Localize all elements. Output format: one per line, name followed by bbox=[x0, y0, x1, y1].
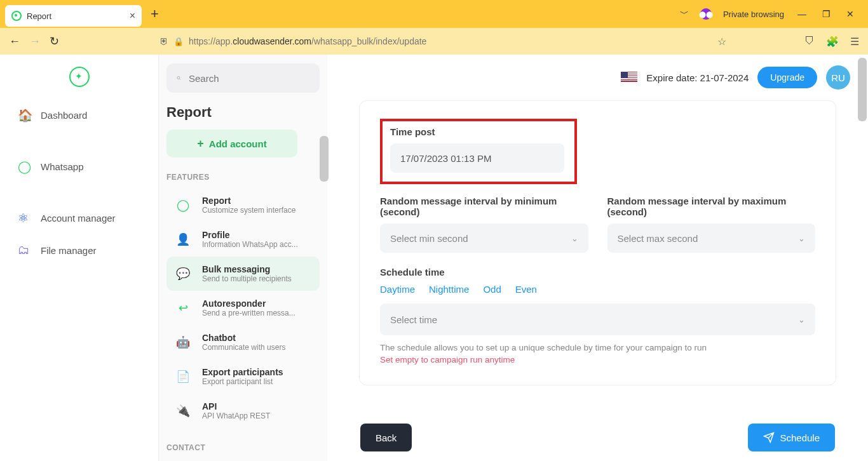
app-logo bbox=[69, 67, 90, 87]
chevron-down-icon: ⌄ bbox=[798, 234, 805, 243]
feature-item-bulk-messaging[interactable]: 💬 Bulk messagingSend to multiple recipie… bbox=[166, 257, 320, 291]
select-time-select[interactable]: Select time ⌄ bbox=[380, 304, 815, 335]
window-minimize-icon[interactable]: — bbox=[796, 9, 808, 19]
search-icon bbox=[177, 72, 181, 84]
menu-icon[interactable]: ☰ bbox=[850, 36, 859, 48]
plug-icon: 🔌 bbox=[172, 399, 194, 422]
sidebar-item-whatsapp[interactable]: ◯ Whatsapp bbox=[0, 150, 158, 183]
sidebar-item-label: Account manager bbox=[41, 213, 116, 224]
url-bar[interactable]: ⛨ 🔒 https://app.cloudwasender.com/whatsa… bbox=[151, 31, 735, 51]
sidebar-item-label: File manager bbox=[41, 245, 97, 256]
browser-tab[interactable]: Report × bbox=[5, 5, 142, 27]
export-icon: 📄 bbox=[172, 365, 194, 388]
left-sidebar: 🏠 Dashboard ◯ Whatsapp ⚛ Account manager… bbox=[0, 55, 159, 461]
feature-item-export-participants[interactable]: 📄 Export participantsExport participant … bbox=[166, 359, 320, 394]
nav-reload-icon[interactable]: ↻ bbox=[50, 34, 59, 48]
sidebar-item-label: Whatsapp bbox=[41, 161, 84, 172]
feature-item-api[interactable]: 🔌 APIAPI WhatApp REST bbox=[166, 394, 320, 428]
lock-icon: 🔒 bbox=[173, 37, 184, 46]
robot-icon: 🤖 bbox=[172, 331, 194, 354]
plus-icon: + bbox=[197, 137, 204, 150]
svg-line-1 bbox=[179, 79, 180, 79]
home-icon: 🏠 bbox=[18, 108, 32, 123]
sidebar-item-label: Dashboard bbox=[41, 110, 87, 121]
max-interval-label: Random message interval by maximum (seco… bbox=[607, 196, 816, 217]
tab-title: Report bbox=[27, 11, 125, 21]
private-browsing-label: Private browsing bbox=[723, 10, 784, 19]
chevron-down-icon: ⌄ bbox=[571, 234, 578, 243]
shield-icon: ⛨ bbox=[159, 36, 168, 46]
min-interval-label: Random message interval by minimum (seco… bbox=[380, 196, 588, 217]
panel-heading: Report bbox=[166, 104, 320, 121]
section-label-contact: CONTACT bbox=[166, 443, 320, 452]
tab-odd[interactable]: Odd bbox=[483, 284, 501, 295]
browser-toolbar: ← → ↻ ⛨ 🔒 https://app.cloudwasender.com/… bbox=[0, 28, 868, 55]
time-post-input[interactable]: 17/07/2023 01:13 PM bbox=[390, 144, 564, 173]
folder-icon: 🗂 bbox=[18, 243, 32, 257]
tab-nighttime[interactable]: Nighttime bbox=[429, 284, 469, 295]
schedule-button[interactable]: Schedule bbox=[748, 424, 835, 451]
time-post-label: Time post bbox=[390, 126, 567, 137]
browser-titlebar: Report × + ﹀ ⬤⬤ Private browsing — ❐ ✕ bbox=[0, 0, 868, 28]
main-scrollbar[interactable] bbox=[858, 58, 867, 121]
tab-even[interactable]: Even bbox=[515, 284, 537, 295]
tabs-dropdown-icon[interactable]: ﹀ bbox=[680, 8, 689, 20]
feature-item-profile[interactable]: 👤 ProfileInformation WhatsApp acc... bbox=[166, 222, 320, 257]
max-interval-select[interactable]: Select max second ⌄ bbox=[607, 224, 816, 253]
new-tab-button[interactable]: + bbox=[151, 6, 159, 22]
schedule-tabs: Daytime Nighttime Odd Even bbox=[380, 284, 815, 295]
search-box[interactable] bbox=[166, 63, 320, 93]
schedule-card: Time post 17/07/2023 01:13 PM Random mes… bbox=[359, 100, 836, 385]
tab-daytime[interactable]: Daytime bbox=[380, 284, 415, 295]
chat-icon: 💬 bbox=[172, 262, 194, 285]
sidebar-item-file-manager[interactable]: 🗂 File manager bbox=[0, 234, 158, 266]
url-text: https://app.cloudwasender.com/whatsapp_b… bbox=[189, 36, 426, 46]
topbar: Expire date: 21-07-2024 Upgrade RU bbox=[327, 55, 868, 100]
annotation-highlight-box: Time post 17/07/2023 01:13 PM bbox=[380, 119, 577, 184]
search-input[interactable] bbox=[189, 73, 309, 84]
chevron-down-icon: ⌄ bbox=[798, 315, 805, 324]
avatar[interactable]: RU bbox=[826, 65, 850, 90]
window-close-icon[interactable]: ✕ bbox=[844, 9, 857, 19]
feature-item-report[interactable]: ◯ ReportCustomize system interface bbox=[166, 188, 320, 222]
bookmark-star-icon[interactable]: ☆ bbox=[717, 36, 726, 48]
sidebar-item-account-manager[interactable]: ⚛ Account manager bbox=[0, 202, 158, 234]
expire-date: Expire date: 21-07-2024 bbox=[646, 72, 749, 83]
schedule-time-label: Schedule time bbox=[380, 267, 815, 277]
send-icon bbox=[763, 432, 775, 443]
main-column: Expire date: 21-07-2024 Upgrade RU Time … bbox=[327, 55, 868, 461]
nav-forward-icon: → bbox=[29, 35, 41, 48]
tab-favicon bbox=[11, 11, 22, 21]
nodes-icon: ⚛ bbox=[18, 211, 32, 225]
back-button[interactable]: Back bbox=[360, 424, 412, 451]
nav-back-icon[interactable]: ← bbox=[9, 35, 20, 48]
schedule-hint-empty: Set empty to campaign run anytime bbox=[380, 355, 815, 364]
svg-point-0 bbox=[177, 76, 180, 79]
upgrade-button[interactable]: Upgrade bbox=[757, 67, 817, 88]
add-account-button[interactable]: + Add account bbox=[166, 130, 297, 157]
whatsapp-icon: ◯ bbox=[18, 159, 32, 174]
sidebar-item-dashboard[interactable]: 🏠 Dashboard bbox=[0, 99, 158, 131]
feature-item-chatbot[interactable]: 🤖 ChatbotCommunicate with users bbox=[166, 325, 320, 359]
private-mask-icon: ⬤⬤ bbox=[700, 8, 712, 20]
feature-panel: Report + Add account FEATURES ◯ ReportCu… bbox=[159, 55, 327, 461]
window-restore-icon[interactable]: ❐ bbox=[820, 9, 832, 19]
user-icon: 👤 bbox=[172, 228, 194, 251]
extensions-icon[interactable]: 🧩 bbox=[826, 36, 839, 48]
min-interval-select[interactable]: Select min second ⌄ bbox=[380, 224, 588, 253]
tab-close-icon[interactable]: × bbox=[130, 10, 135, 22]
reply-icon: ↩ bbox=[172, 297, 194, 319]
section-label-features: FEATURES bbox=[166, 173, 320, 182]
schedule-hint: The schedule allows you to set up a uniq… bbox=[380, 343, 815, 352]
flag-icon[interactable] bbox=[621, 72, 637, 83]
pocket-icon[interactable]: ⛉ bbox=[804, 36, 815, 48]
feature-item-autoresponder[interactable]: ↩ AutoresponderSend a pre-written messa.… bbox=[166, 291, 320, 325]
whatsapp-icon: ◯ bbox=[172, 194, 194, 217]
